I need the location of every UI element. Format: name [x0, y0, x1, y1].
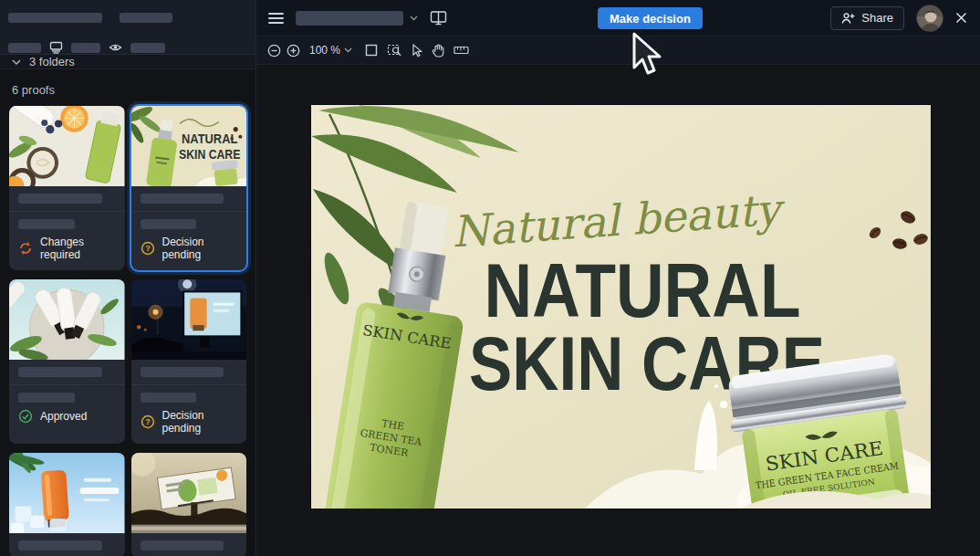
- proof-title-dropdown[interactable]: [296, 11, 418, 26]
- share-button[interactable]: Share: [830, 6, 904, 30]
- chevron-down-icon[interactable]: [344, 47, 352, 53]
- fit-frame-icon[interactable]: [365, 44, 378, 57]
- zoom-out-icon[interactable]: [267, 44, 281, 58]
- proof-thumbnail-6: [131, 453, 247, 533]
- chevron-down-icon: [12, 59, 21, 65]
- select-arrow-icon[interactable]: [412, 44, 422, 58]
- skeleton-bar: [18, 219, 75, 229]
- skeleton-bar: [8, 43, 41, 53]
- skeleton-bar: [141, 219, 197, 229]
- decision-pending-icon: ?: [141, 241, 155, 256]
- proof-card-5[interactable]: [9, 453, 125, 556]
- folders-label: 3 folders: [29, 55, 75, 68]
- svg-text:?: ?: [145, 244, 151, 253]
- skeleton-bar: [18, 393, 75, 403]
- pan-hand-icon[interactable]: [432, 44, 444, 58]
- approved-icon: [18, 409, 33, 424]
- skeleton-bar: [141, 393, 197, 403]
- status-badge: ? Decision pending: [131, 403, 247, 444]
- skeleton-bar: [8, 13, 102, 23]
- status-badge: Approved: [9, 403, 125, 433]
- proofs-count-label: 6 proofs: [0, 69, 255, 106]
- status-text: Decision pending: [162, 236, 238, 261]
- svg-text:NATURAL: NATURAL: [182, 131, 237, 146]
- topbar: Make decision Share: [256, 0, 980, 37]
- sidebar: 3 folders 6 proofs: [0, 0, 256, 556]
- proof-thumbnail-5: [9, 453, 125, 533]
- compare-icon[interactable]: [430, 10, 447, 26]
- cream-jar: SKIN CARE THE GREEN TEA FACE CREAM OIL-F…: [724, 352, 920, 509]
- status-badge: ? Decision pending: [131, 229, 247, 270]
- zoom-level-value[interactable]: 100 %: [309, 44, 340, 57]
- skeleton-bar: [130, 43, 165, 53]
- skeleton-bar: [18, 540, 102, 551]
- skeleton-bar: [141, 540, 224, 551]
- share-label: Share: [861, 11, 893, 25]
- close-icon[interactable]: [955, 12, 967, 24]
- svg-text:?: ?: [145, 417, 151, 426]
- skeleton-bar: [71, 43, 100, 53]
- main-area: Make decision Share: [256, 0, 980, 556]
- proof-card-2-selected[interactable]: NATURAL SKIN CARE: [131, 106, 247, 270]
- view-toolbar: 100 %: [256, 37, 980, 65]
- proofing-app-window: 3 folders 6 proofs: [0, 0, 980, 556]
- status-badge: Changes required: [9, 229, 125, 270]
- marquee-zoom-icon[interactable]: [387, 44, 402, 58]
- proof-image[interactable]: Natural beauty NATURAL SKIN CARE: [311, 105, 931, 509]
- zoom-in-icon[interactable]: [287, 44, 300, 58]
- user-avatar[interactable]: [916, 5, 944, 32]
- skeleton-bar: [120, 13, 172, 23]
- menu-icon[interactable]: [268, 13, 284, 24]
- make-decision-button[interactable]: Make decision: [598, 7, 703, 29]
- svg-text:SKIN CARE: SKIN CARE: [179, 146, 240, 162]
- proof-card-1[interactable]: Changes required: [9, 106, 125, 270]
- ruler-icon[interactable]: [454, 46, 469, 55]
- screen-icon[interactable]: [49, 41, 63, 54]
- proof-thumbnail-2: NATURAL SKIN CARE: [131, 106, 247, 186]
- sidebar-header: [0, 0, 255, 55]
- skeleton-bar: [141, 367, 224, 377]
- status-text: Approved: [40, 410, 87, 423]
- proof-thumbnail-3: [9, 279, 125, 360]
- changes-required-icon: [18, 241, 33, 256]
- skeleton-bar: [18, 194, 102, 204]
- proof-card-3[interactable]: Approved: [9, 279, 125, 444]
- folders-section-toggle[interactable]: 3 folders: [0, 55, 255, 69]
- skeleton-bar: [141, 194, 224, 204]
- status-text: Changes required: [40, 236, 116, 261]
- proof-card-6[interactable]: [131, 453, 247, 556]
- chevron-down-icon: [410, 16, 418, 21]
- proof-thumbnail-4: [131, 279, 247, 360]
- proof-list: Changes required NATURAL SKIN CARE: [0, 106, 255, 556]
- decision-pending-icon: ?: [141, 414, 155, 429]
- status-text: Decision pending: [162, 409, 238, 435]
- skeleton-bar: [296, 11, 403, 26]
- proof-card-4[interactable]: ? Decision pending: [131, 279, 247, 444]
- proof-canvas[interactable]: Natural beauty NATURAL SKIN CARE: [256, 65, 980, 556]
- skeleton-bar: [18, 367, 102, 377]
- eye-icon[interactable]: [109, 42, 122, 53]
- person-add-icon: [841, 12, 855, 25]
- proof-thumbnail-1: [9, 106, 125, 186]
